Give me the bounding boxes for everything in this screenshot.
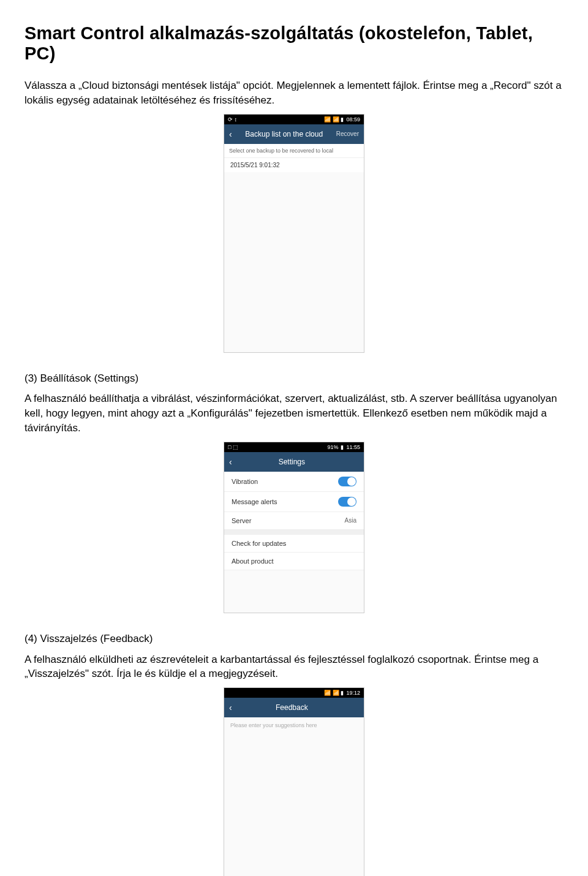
row-label: Vibration	[232, 478, 258, 485]
status-time: 19:12	[346, 690, 360, 696]
status-icon: ⟳ ↕	[228, 116, 237, 123]
appbar-title: Feedback	[237, 703, 347, 712]
row-vibration[interactable]: Vibration	[224, 472, 364, 492]
app-bar: ‹ Feedback	[224, 698, 364, 717]
recover-button[interactable]: Recover	[336, 130, 359, 137]
row-server[interactable]: Server Asia	[224, 512, 364, 530]
back-icon[interactable]: ‹	[229, 457, 232, 467]
hint-text: Select one backup to be recovered to loc…	[224, 144, 364, 158]
appbar-title: Backup list on the cloud	[237, 130, 331, 138]
row-label: Server	[232, 517, 251, 524]
battery-icon: ▮	[341, 444, 344, 450]
backup-record[interactable]: 2015/5/21 9:01:32	[224, 158, 364, 172]
row-label: Message alerts	[232, 498, 277, 505]
back-icon[interactable]: ‹	[229, 703, 232, 712]
page-title: Smart Control alkalmazás-szolgáltatás (o…	[24, 23, 564, 64]
status-bar: □ ⬚ 91% ▮ 11:55	[224, 442, 364, 452]
row-label: About product	[232, 557, 274, 565]
status-icon: □ ⬚	[228, 444, 238, 450]
toggle-vibration[interactable]	[338, 477, 356, 486]
toggle-message-alerts[interactable]	[338, 497, 356, 507]
signal-text: 91%	[327, 444, 338, 450]
status-time: 11:55	[346, 444, 360, 450]
server-value: Asia	[345, 517, 356, 524]
phone-mockup-feedback: 📶 📶 ▮19:12 ‹ Feedback Please enter your …	[224, 687, 364, 876]
feedback-heading: (4) Visszajelzés (Feedback)	[24, 632, 564, 646]
divider	[224, 530, 364, 535]
feedback-placeholder[interactable]: Please enter your suggestions here	[224, 717, 364, 733]
status-bar: ⟳ ↕ 📶 📶 ▮08:59	[224, 115, 364, 124]
row-check-updates[interactable]: Check for updates	[224, 535, 364, 553]
signal-icon: 📶 📶 ▮	[324, 116, 344, 123]
settings-heading: (3) Beállítások (Settings)	[24, 371, 564, 386]
appbar-title: Settings	[237, 458, 347, 466]
back-icon[interactable]: ‹	[229, 129, 232, 139]
app-bar: ‹ Backup list on the cloud Recover	[224, 124, 364, 144]
phone-mockup-settings: □ ⬚ 91% ▮ 11:55 ‹ Settings Vibration Mes…	[224, 442, 364, 613]
status-time: 08:59	[346, 116, 360, 123]
feedback-paragraph: A felhasználó elküldheti az észrevételei…	[24, 652, 564, 682]
signal-icon: 📶 📶 ▮	[324, 690, 344, 696]
status-bar: 📶 📶 ▮19:12	[224, 688, 364, 698]
intro-paragraph: Válassza a „Cloud biztonsági mentések li…	[24, 78, 564, 108]
row-label: Check for updates	[232, 540, 286, 547]
row-about[interactable]: About product	[224, 553, 364, 570]
app-bar: ‹ Settings	[224, 452, 364, 472]
phone-mockup-backup-list: ⟳ ↕ 📶 📶 ▮08:59 ‹ Backup list on the clou…	[224, 114, 364, 353]
settings-paragraph: A felhasználó beállíthatja a vibrálást, …	[24, 391, 564, 435]
row-message-alerts[interactable]: Message alerts	[224, 492, 364, 512]
